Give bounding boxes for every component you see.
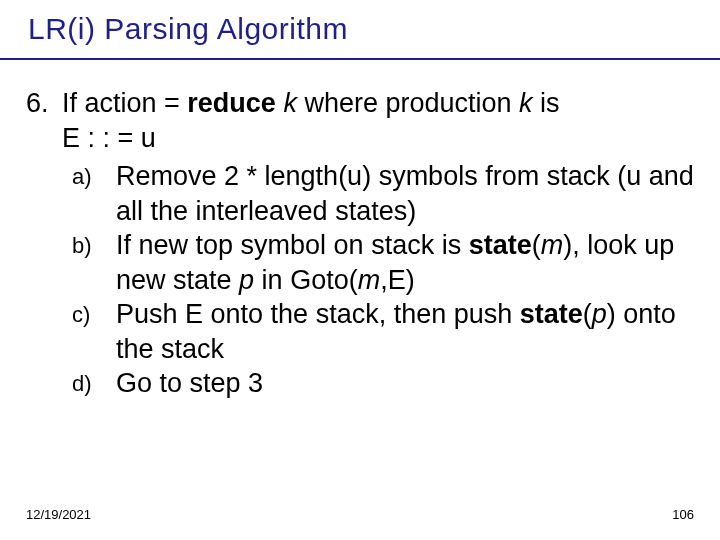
text-italic: m — [358, 265, 381, 295]
text: If new top symbol on stack is — [116, 230, 469, 260]
text: in Goto( — [254, 265, 358, 295]
title-rule — [0, 58, 720, 60]
sub-letter: c) — [72, 297, 116, 366]
text: If action = — [62, 88, 187, 118]
sub-item-d: d) Go to step 3 — [72, 366, 696, 401]
footer-date: 12/19/2021 — [26, 507, 91, 522]
text-italic: p — [592, 299, 607, 329]
sub-body: If new top symbol on stack is state(m), … — [116, 228, 696, 297]
text-italic: k — [519, 88, 533, 118]
sub-body: Remove 2 * length(u) symbols from stack … — [116, 159, 696, 228]
text: ( — [532, 230, 541, 260]
text: Push E onto the stack, then push — [116, 299, 520, 329]
sub-item-b: b) If new top symbol on stack is state(m… — [72, 228, 696, 297]
text-bold: state — [520, 299, 583, 329]
item-body: If action = reduce k where production k … — [62, 86, 696, 401]
footer-page: 106 — [672, 507, 694, 522]
slide-content: 6. If action = reduce k where production… — [26, 86, 696, 401]
text: ( — [583, 299, 592, 329]
sub-letter: a) — [72, 159, 116, 228]
sub-letter: d) — [72, 366, 116, 401]
text-italic: m — [541, 230, 564, 260]
text: E : : = u — [62, 123, 156, 153]
list-item-6: 6. If action = reduce k where production… — [26, 86, 696, 401]
item-number: 6. — [26, 86, 62, 401]
text-bold: state — [469, 230, 532, 260]
sub-body: Push E onto the stack, then push state(p… — [116, 297, 696, 366]
slide-title: LR(i) Parsing Algorithm — [28, 12, 348, 46]
sublist: a) Remove 2 * length(u) symbols from sta… — [62, 159, 696, 401]
sub-body: Go to step 3 — [116, 366, 696, 401]
text-italic: p — [239, 265, 254, 295]
text-italic: k — [283, 88, 297, 118]
slide: LR(i) Parsing Algorithm 6. If action = r… — [0, 0, 720, 540]
text: ,E) — [380, 265, 415, 295]
text: is — [533, 88, 560, 118]
sub-item-c: c) Push E onto the stack, then push stat… — [72, 297, 696, 366]
text-bold: reduce — [187, 88, 276, 118]
text: where production — [297, 88, 519, 118]
sub-letter: b) — [72, 228, 116, 297]
sub-item-a: a) Remove 2 * length(u) symbols from sta… — [72, 159, 696, 228]
